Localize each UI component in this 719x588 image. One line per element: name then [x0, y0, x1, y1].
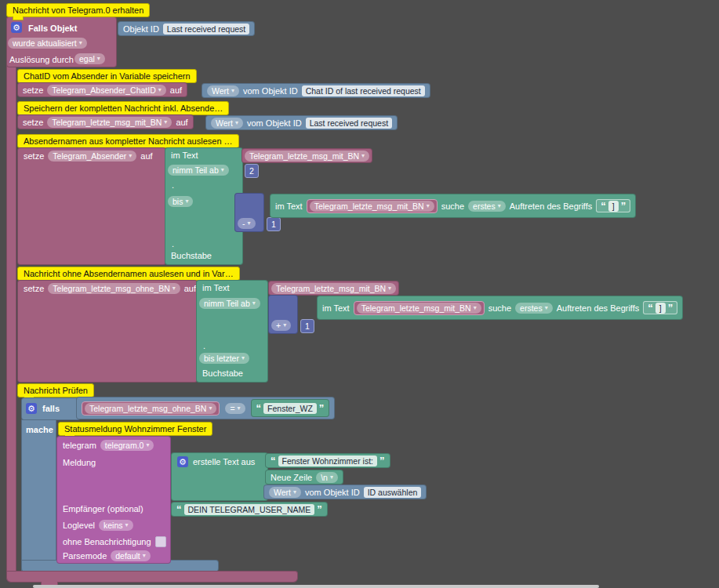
substring-to-dropdown[interactable]: bis — [168, 196, 193, 207]
variable-dropdown[interactable]: Telegram_letzte_msg_ohne_BN — [85, 403, 216, 414]
variable-get-block[interactable]: Telegram_letzte_msg_mit_BN — [354, 301, 485, 315]
substring-to-dropdown[interactable]: bis letzter — [199, 353, 249, 364]
mutator-gear-icon[interactable] — [26, 403, 37, 414]
if-block-spine[interactable] — [21, 419, 56, 573]
loglevel-label: Loglevel — [63, 521, 95, 530]
text-shadow-block[interactable]: ] — [643, 301, 677, 314]
variable-get-block[interactable]: Telegram_letzte_msg_mit_BN — [241, 148, 372, 163]
term-input[interactable]: ] — [655, 303, 666, 314]
substring-from-dropdown[interactable]: nimm Teil ab — [168, 165, 229, 176]
set-sender-row: setze Telegram_Absender auf — [19, 148, 158, 163]
set-chatid-block[interactable]: setze Telegram_Absender_ChatID auf — [17, 82, 187, 97]
variable-dropdown[interactable]: Telegram_letzte_msg_mit_BN — [310, 201, 434, 212]
variable-dropdown[interactable]: Telegram_letzte_msg_mit_BN — [357, 303, 481, 314]
variable-dropdown[interactable]: Telegram_letzte_msg_mit_BN — [47, 117, 172, 128]
trigger-block-bottom-overlay[interactable] — [6, 571, 298, 583]
open-quote-icon — [176, 503, 182, 515]
telegram-instance-dropdown[interactable]: telegram.0 — [100, 440, 154, 451]
wert-dropdown[interactable]: Wert — [211, 118, 243, 129]
number-shadow-block[interactable]: 2 — [245, 164, 259, 178]
set-message-row: setze Telegram_letzte_msg_ohne_BN auf — [19, 281, 201, 296]
trigger-title: Falls Objekt — [28, 24, 77, 33]
get-value-block[interactable]: Wert vom Objekt ID Last received request — [205, 115, 398, 130]
close-quote-icon — [379, 455, 385, 466]
find-text-block[interactable]: im Text Telegram_letzte_msg_mit_BN suche… — [317, 296, 683, 320]
comment-check[interactable]: Nachricht Prüfen — [17, 383, 94, 397]
comment-parse-message[interactable]: Nachricht ohne Absendernamen auslesen un… — [17, 267, 240, 281]
text-shadow-block[interactable]: ] — [596, 199, 630, 212]
dot-label: . — [172, 239, 174, 249]
variable-get-block[interactable]: Telegram_letzte_msg_ohne_BN — [82, 401, 220, 416]
trigger-block-spine[interactable] — [6, 16, 16, 574]
falls-label: falls — [42, 404, 60, 413]
comment-parse-sender[interactable]: Absendernamen aus kompletter Nachricht a… — [17, 134, 239, 148]
compare-op-dropdown[interactable]: = — [225, 403, 245, 414]
objekt-id-label: Objekt ID — [123, 24, 159, 34]
auf-label: auf — [184, 284, 196, 293]
variable-dropdown[interactable]: Telegram_Absender_ChatID — [47, 85, 166, 96]
number-shadow-block[interactable]: 1 — [300, 319, 314, 333]
objekt-id-input[interactable]: Last received request — [163, 24, 249, 34]
mutator-gear-icon[interactable] — [11, 22, 22, 33]
meldung-label: Meldung — [63, 458, 96, 467]
trigger-objekt-id-block[interactable]: Objekt ID Last received request — [118, 21, 255, 36]
term-input[interactable]: ] — [608, 201, 619, 212]
compare-value-input[interactable]: Fenster_WZ — [263, 403, 317, 414]
close-quote-icon — [319, 402, 325, 414]
trigger-by-dropdown[interactable]: egal — [74, 53, 105, 64]
set-full-msg-block[interactable]: setze Telegram_letzte_msg_mit_BN auf — [17, 114, 194, 129]
newline-dropdown[interactable]: \n — [316, 472, 338, 483]
objekt-id-input[interactable]: ID auswählen — [364, 487, 422, 498]
get-value-block[interactable]: Wert vom Objekt ID ID auswählen — [263, 485, 427, 499]
im-text-label: im Text — [275, 201, 303, 211]
get-value-block[interactable]: Wert vom Objekt ID Chat ID of last recei… — [202, 83, 430, 98]
setze-label: setze — [23, 118, 43, 127]
find-mode-dropdown[interactable]: erstes — [515, 303, 553, 314]
text-value-block[interactable]: Fenster Wohnzimmer ist: — [265, 453, 390, 468]
substring-from-dropdown[interactable]: nimm Teil ab — [199, 298, 260, 309]
math-op-dropdown[interactable]: + — [271, 320, 291, 331]
trigger-updated-dropdown[interactable]: wurde aktualisiert — [8, 38, 87, 49]
variable-dropdown[interactable]: Telegram_letzte_msg_mit_BN — [271, 283, 396, 294]
auf-label: auf — [140, 151, 152, 161]
compare-block[interactable]: Telegram_letzte_msg_ohne_BN = Fenster_WZ — [76, 397, 335, 419]
close-quote-icon — [668, 302, 674, 314]
set-sender-block[interactable] — [17, 147, 166, 265]
comment-set-full-msg[interactable]: Speichern der kompletten Nachricht inkl.… — [17, 101, 229, 115]
variable-get-block[interactable]: Telegram_letzte_msg_mit_BN — [268, 281, 399, 296]
variable-dropdown[interactable]: Telegram_letzte_msg_mit_BN — [245, 151, 369, 162]
newline-block[interactable]: Neue Zeile \n — [265, 470, 343, 485]
parsemode-dropdown[interactable]: default — [111, 550, 151, 561]
loglevel-row: Loglevel keins — [58, 517, 138, 532]
variable-dropdown[interactable]: Telegram_Absender — [48, 151, 136, 162]
comment-status-message[interactable]: Statusmeldung Wohnzimmer Fenster — [58, 422, 212, 436]
empfaenger-input[interactable]: DEIN TELEGRAM_USER_NAME — [184, 504, 315, 515]
silent-checkbox[interactable] — [155, 536, 166, 547]
find-mode-dropdown[interactable]: erstes — [468, 201, 506, 212]
math-op-dropdown[interactable]: - — [238, 218, 256, 229]
silent-row: ohne Benachrichtigung — [58, 534, 171, 549]
objekt-id-input[interactable]: Last received request — [306, 118, 392, 129]
wert-dropdown[interactable]: Wert — [269, 487, 301, 498]
comment-set-chatid[interactable]: ChatID vom Absender in Variable speicher… — [17, 69, 197, 83]
text-value-block[interactable]: Fenster_WZ — [251, 399, 330, 417]
find-text-block[interactable]: im Text Telegram_letzte_msg_mit_BN suche… — [270, 194, 636, 218]
mutator-gear-icon[interactable] — [177, 456, 188, 467]
loglevel-dropdown[interactable]: keins — [99, 520, 133, 531]
close-quote-icon — [621, 200, 626, 212]
text-value-block[interactable]: DEIN TELEGRAM_USER_NAME — [171, 502, 328, 517]
setze-label: setze — [23, 85, 43, 95]
setze-label: setze — [24, 284, 44, 293]
objekt-id-input[interactable]: Chat ID of last received request — [302, 85, 425, 96]
number-shadow-block[interactable]: 1 — [267, 217, 281, 231]
variable-dropdown[interactable]: Telegram_letzte_msg_ohne_BN — [48, 283, 180, 294]
comment-trigger[interactable]: Nachricht von Telegram.0 erhalten — [6, 3, 150, 17]
wert-dropdown[interactable]: Wert — [207, 85, 239, 96]
variable-get-block[interactable]: Telegram_letzte_msg_mit_BN — [307, 199, 438, 213]
horizontal-scrollbar[interactable] — [33, 585, 599, 588]
substring-block[interactable] — [196, 280, 268, 383]
text-input[interactable]: Fenster Wohnzimmer ist: — [278, 456, 378, 466]
auf-label: auf — [176, 118, 187, 127]
silent-label: ohne Benachrichtigung — [63, 537, 151, 546]
buchstabe-label: Buchstabe — [202, 368, 243, 378]
